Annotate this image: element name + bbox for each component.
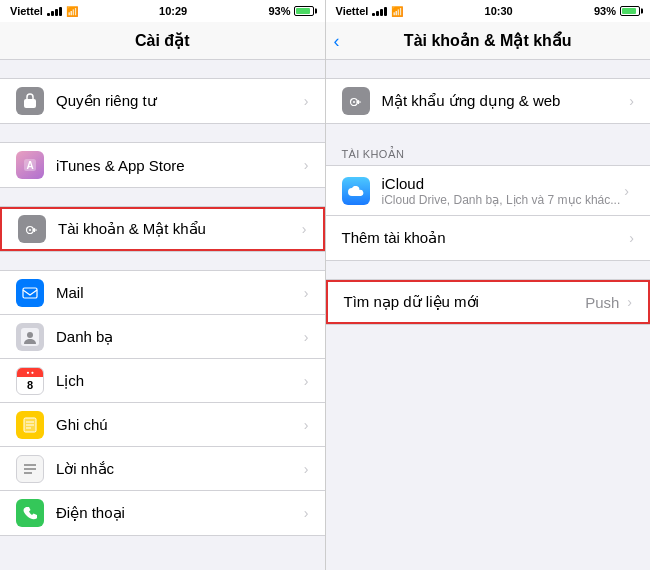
battery-pct-right: 93% [594,5,616,17]
signal-bars-left [47,6,62,16]
fetch-label: Tìm nạp dữ liệu mới [344,293,586,311]
itunes-icon: A [16,151,44,179]
battery-icon-left [294,6,314,16]
fetch-value: Push [585,294,619,311]
nav-bar-right: ‹ Tài khoản & Mật khẩu [326,22,651,60]
accounts-label: Tài khoản & Mật khẩu [58,220,298,238]
wifi-icon-left: 📶 [66,6,78,17]
fetch-group: Tìm nạp dữ liệu mới Push › [326,279,651,325]
passwords-group: Mật khẩu ứng dụng & web › [326,78,651,124]
accounts-list-group: iCloud iCloud Drive, Danh bạ, Lịch và 7 … [326,165,651,261]
status-left: Viettel 📶 [10,5,78,17]
calendar-chevron: › [304,373,309,389]
svg-rect-0 [24,99,36,108]
phone-item[interactable]: Điện thoại › [0,491,325,535]
time-left: 10:29 [159,5,187,17]
add-account-label: Thêm tài khoản [342,229,626,247]
status-left-right: Viettel 📶 [336,5,404,17]
privacy-group: Quyền riêng tư › [0,78,325,124]
back-chevron-icon: ‹ [334,32,340,50]
notes-icon [16,411,44,439]
settings-list-right[interactable]: Mật khẩu ứng dụng & web › TÀI KHOẢN iClo… [326,60,651,570]
mail-icon [16,279,44,307]
contacts-item[interactable]: Danh bạ › [0,315,325,359]
phone-icon [16,499,44,527]
right-screen-title: Tài khoản & Mật khẩu [404,31,572,50]
calendar-item[interactable]: ● ● 8 Lịch › [0,359,325,403]
calendar-icon: ● ● 8 [16,367,44,395]
svg-point-16 [353,101,355,103]
mail-chevron: › [304,285,309,301]
notes-chevron: › [304,417,309,433]
passwords-web-item[interactable]: Mật khẩu ứng dụng & web › [326,79,651,123]
battery-icon-right [620,6,640,16]
svg-text:A: A [26,160,33,171]
passwords-web-label: Mật khẩu ứng dụng & web [382,92,626,110]
wifi-icon-right: 📶 [391,6,403,17]
left-screen-title: Cài đặt [135,31,189,50]
svg-rect-5 [23,288,37,298]
fetch-item[interactable]: Tìm nạp dữ liệu mới Push › [326,280,651,324]
settings-list-left[interactable]: Quyền riêng tư › A iTunes & App Store › [0,60,325,570]
status-right-right: 93% [594,5,640,17]
svg-point-7 [27,332,33,338]
reminders-chevron: › [304,461,309,477]
svg-point-4 [29,229,31,231]
icloud-icon [342,177,370,205]
battery-pct-left: 93% [268,5,290,17]
add-account-chevron: › [629,230,634,246]
notes-item[interactable]: Ghi chú › [0,403,325,447]
accounts-chevron: › [302,221,307,237]
left-panel: Viettel 📶 10:29 93% Cài đặt [0,0,325,570]
icloud-subtitle: iCloud Drive, Danh bạ, Lịch và 7 mục khá… [382,193,621,207]
accounts-item[interactable]: Tài khoản & Mật khẩu › [0,207,325,251]
icloud-item[interactable]: iCloud iCloud Drive, Danh bạ, Lịch và 7 … [326,166,651,216]
fetch-chevron: › [627,294,632,310]
icloud-chevron: › [624,183,629,199]
contacts-chevron: › [304,329,309,345]
calendar-label: Lịch [56,372,300,390]
mail-item[interactable]: Mail › [0,271,325,315]
communication-group: Mail › Danh bạ › ● ● [0,270,325,536]
time-right: 10:30 [485,5,513,17]
privacy-icon [16,87,44,115]
itunes-label: iTunes & App Store [56,157,300,174]
accounts-section-header: TÀI KHOẢN [326,142,651,165]
contacts-label: Danh bạ [56,328,300,346]
phone-label: Điện thoại [56,504,300,522]
carrier-left: Viettel [10,5,43,17]
accounts-group: Tài khoản & Mật khẩu › [0,206,325,252]
notes-label: Ghi chú [56,416,300,433]
icloud-text-block: iCloud iCloud Drive, Danh bạ, Lịch và 7 … [382,175,621,207]
status-right-left: 93% [268,5,314,17]
contacts-icon [16,323,44,351]
privacy-label: Quyền riêng tư [56,92,300,110]
reminders-item[interactable]: Lời nhắc › [0,447,325,491]
passwords-web-chevron: › [629,93,634,109]
nav-bar-left: Cài đặt [0,22,325,60]
reminders-label: Lời nhắc [56,460,300,478]
phone-chevron: › [304,505,309,521]
carrier-right: Viettel [336,5,369,17]
reminders-icon [16,455,44,483]
passwords-web-icon [342,87,370,115]
mail-label: Mail [56,284,300,301]
add-account-item[interactable]: Thêm tài khoản › [326,216,651,260]
signal-bars-right [372,6,387,16]
status-bar-left: Viettel 📶 10:29 93% [0,0,325,22]
privacy-chevron: › [304,93,309,109]
icloud-label: iCloud [382,175,621,192]
privacy-item[interactable]: Quyền riêng tư › [0,79,325,123]
right-panel: Viettel 📶 10:30 93% ‹ Tài khoản & Mật kh… [326,0,651,570]
status-bar-right: Viettel 📶 10:30 93% [326,0,651,22]
accounts-icon [18,215,46,243]
itunes-chevron: › [304,157,309,173]
itunes-item[interactable]: A iTunes & App Store › [0,143,325,187]
back-button[interactable]: ‹ [334,32,340,50]
itunes-group: A iTunes & App Store › [0,142,325,188]
